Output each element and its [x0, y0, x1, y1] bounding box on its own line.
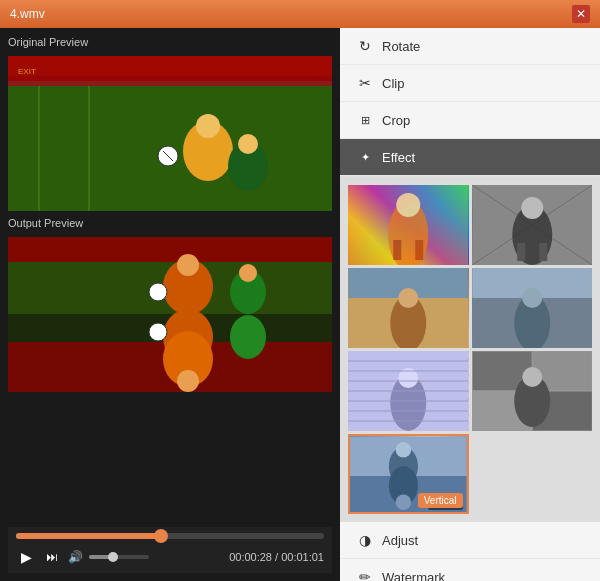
- svg-point-71: [396, 442, 412, 458]
- svg-point-66: [522, 367, 542, 387]
- adjust-icon: ◑: [356, 531, 374, 549]
- effect-thumb-mirror[interactable]: Mirror Vertical: [348, 434, 469, 514]
- watermark-icon: ✏: [356, 568, 374, 581]
- svg-rect-37: [517, 243, 525, 261]
- volume-icon: 🔊: [68, 550, 83, 564]
- effect-thumb-0[interactable]: [348, 185, 469, 265]
- svg-point-27: [149, 323, 167, 341]
- svg-point-36: [521, 197, 543, 219]
- time-display: 00:00:28 / 00:01:01: [229, 551, 324, 563]
- effect-grid: Mirror Vertical: [340, 177, 600, 522]
- svg-point-48: [522, 288, 542, 308]
- progress-fill: [16, 533, 161, 539]
- tool-item-rotate[interactable]: ↻ Rotate: [340, 28, 600, 65]
- svg-point-10: [238, 134, 258, 154]
- volume-slider[interactable]: [89, 555, 149, 559]
- svg-point-17: [177, 254, 199, 276]
- output-preview-label: Output Preview: [8, 217, 332, 229]
- rotate-icon: ↻: [356, 37, 374, 55]
- controls-area: ▶ ⏭ 🔊 00:00:28 / 00:01:01: [8, 527, 332, 573]
- original-preview: EXIT: [8, 56, 332, 211]
- svg-text:EXIT: EXIT: [18, 67, 36, 76]
- tool-menu: ↻ Rotate ✂ Clip ⊞ Crop ✦ Effect: [340, 28, 600, 177]
- bottom-tools: ◑ Adjust ✏ Watermark: [340, 522, 600, 581]
- tool-item-crop[interactable]: ⊞ Crop: [340, 102, 600, 139]
- effect-icon: ✦: [356, 148, 374, 166]
- svg-rect-33: [348, 185, 468, 265]
- svg-point-25: [177, 370, 199, 392]
- title-bar: 4.wmv ✕: [0, 0, 600, 28]
- original-preview-label: Original Preview: [8, 36, 332, 48]
- svg-point-26: [230, 315, 266, 359]
- effect-thumb-5[interactable]: [472, 351, 593, 431]
- svg-point-20: [149, 283, 167, 301]
- svg-point-6: [196, 114, 220, 138]
- close-button[interactable]: ✕: [572, 5, 590, 23]
- svg-point-19: [239, 264, 257, 282]
- play-button[interactable]: ▶: [16, 547, 36, 567]
- title-filename: 4.wmv: [10, 7, 45, 21]
- original-video-frame: EXIT: [8, 56, 332, 211]
- tool-item-effect[interactable]: ✦ Effect: [340, 139, 600, 176]
- svg-rect-11: [8, 56, 332, 81]
- tool-item-clip[interactable]: ✂ Clip: [340, 65, 600, 102]
- main-container: Original Preview: [0, 28, 600, 581]
- effect-thumb-4[interactable]: [348, 351, 469, 431]
- playback-row: ▶ ⏭ 🔊 00:00:28 / 00:01:01: [16, 547, 324, 567]
- crop-icon: ⊞: [356, 111, 374, 129]
- vertical-badge: Vertical: [418, 493, 463, 508]
- progress-thumb[interactable]: [154, 529, 168, 543]
- effect-thumb-1[interactable]: [472, 185, 593, 265]
- output-preview: [8, 237, 332, 392]
- tool-item-watermark[interactable]: ✏ Watermark: [340, 559, 600, 581]
- svg-point-73: [396, 494, 412, 510]
- left-panel: Original Preview: [0, 28, 340, 581]
- volume-thumb[interactable]: [108, 552, 118, 562]
- clip-icon: ✂: [356, 74, 374, 92]
- effect-thumb-3[interactable]: [472, 268, 593, 348]
- output-video-frame: [8, 237, 332, 392]
- effect-thumb-2[interactable]: [348, 268, 469, 348]
- skip-button[interactable]: ⏭: [42, 547, 62, 567]
- svg-rect-38: [539, 243, 547, 261]
- svg-rect-15: [8, 237, 332, 262]
- svg-point-44: [398, 288, 418, 308]
- progress-bar[interactable]: [16, 533, 324, 539]
- right-panel: ↻ Rotate ✂ Clip ⊞ Crop ✦ Effect: [340, 28, 600, 581]
- tool-item-adjust[interactable]: ◑ Adjust: [340, 522, 600, 559]
